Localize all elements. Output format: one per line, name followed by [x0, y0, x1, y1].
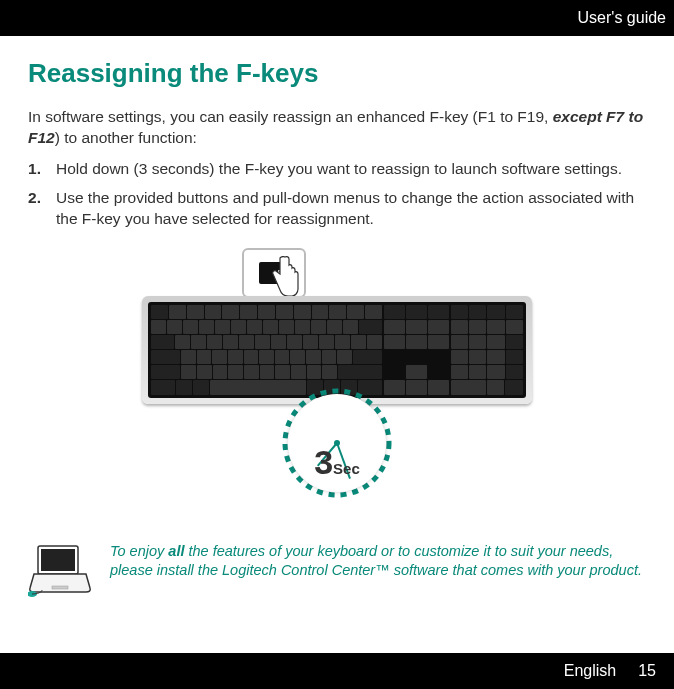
- tip-text: To enjoy all the features of your keyboa…: [110, 542, 646, 581]
- clock-number: 3: [314, 443, 333, 481]
- tip-text-post: the features of your keyboard or to cust…: [110, 543, 642, 579]
- keyboard-illustration: F3: [142, 256, 532, 502]
- footer-language: English: [564, 662, 616, 680]
- page-title: Reassigning the F-keys: [28, 58, 646, 89]
- footer-page-number: 15: [638, 662, 656, 680]
- intro-text-post: ) to another function:: [55, 129, 197, 146]
- svg-rect-2: [41, 549, 75, 571]
- tip-text-strong: all: [168, 543, 184, 559]
- footer-bar: English 15: [0, 653, 674, 689]
- intro-text-pre: In software settings, you can easily rea…: [28, 108, 553, 125]
- doc-type-label: User's guide: [578, 9, 666, 27]
- clock-icon: 3Sec: [278, 384, 396, 502]
- clock-unit: Sec: [333, 460, 360, 477]
- page: User's guide Reassigning the F-keys In s…: [0, 0, 674, 689]
- hand-pointer-icon: [268, 256, 300, 298]
- tip-text-pre: To enjoy: [110, 543, 168, 559]
- svg-rect-3: [52, 586, 68, 589]
- figure: F3: [28, 256, 646, 502]
- laptop-icon: [28, 542, 92, 598]
- content: Reassigning the F-keys In software setti…: [0, 36, 674, 502]
- tip: To enjoy all the features of your keyboa…: [0, 542, 674, 608]
- step-2: Use the provided buttons and pull-down m…: [28, 188, 646, 230]
- step-1: Hold down (3 seconds) the F-key you want…: [28, 159, 646, 180]
- steps-list: Hold down (3 seconds) the F-key you want…: [28, 159, 646, 230]
- header-bar: User's guide: [0, 0, 674, 36]
- intro-paragraph: In software settings, you can easily rea…: [28, 107, 646, 149]
- fkey-popup: F3: [242, 248, 306, 298]
